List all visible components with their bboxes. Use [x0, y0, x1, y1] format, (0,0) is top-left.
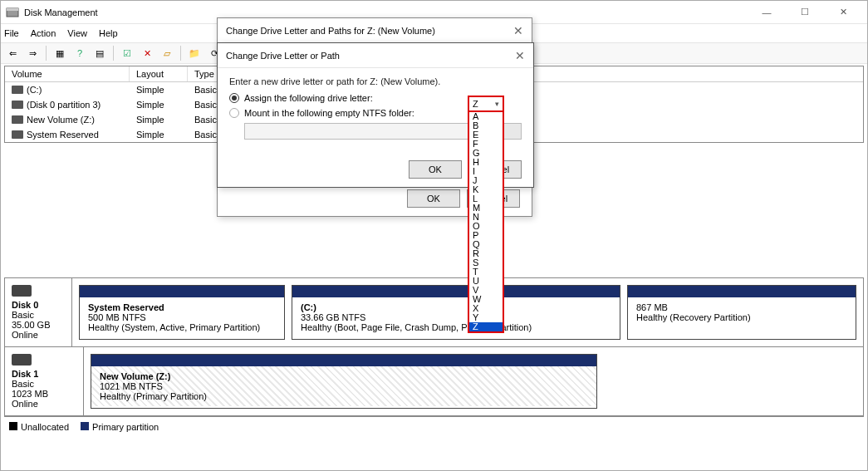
menu-file[interactable]: File — [4, 28, 19, 38]
disk-icon — [12, 354, 32, 366]
folder-icon[interactable]: 📁 — [186, 45, 203, 61]
partition[interactable]: New Volume (Z:)1021 MB NTFSHealthy (Prim… — [91, 354, 597, 409]
legend-unallocated: Unallocated — [21, 422, 69, 432]
close-icon[interactable]: ✕ — [513, 24, 523, 37]
dialog-paths-title: Change Drive Letter and Paths for Z: (Ne… — [218, 18, 532, 43]
volume-icon — [12, 115, 23, 124]
drive-letter-value: Z — [473, 99, 478, 109]
volume-icon — [12, 130, 23, 139]
delete-icon[interactable]: ✕ — [139, 45, 155, 61]
disk-label[interactable]: Disk 0Basic35.00 GBOnline — [5, 278, 72, 346]
close-button[interactable]: ✕ — [824, 1, 862, 24]
menu-view[interactable]: View — [67, 28, 87, 38]
app-icon — [6, 6, 19, 19]
legend: Unallocated Primary partition — [1, 417, 867, 437]
minimize-button[interactable]: — — [748, 1, 786, 24]
legend-primary: Primary partition — [92, 422, 159, 432]
partition[interactable]: (C:)33.66 GB NTFSHealthy (Boot, Page Fil… — [292, 285, 620, 340]
partition[interactable]: System Reserved500 MB NTFSHealthy (Syste… — [79, 285, 285, 340]
window-title: Disk Management — [24, 7, 748, 17]
properties-icon[interactable]: ▱ — [159, 45, 175, 61]
check-icon[interactable]: ☑ — [119, 45, 135, 61]
disk-row: Disk 0Basic35.00 GBOnlineSystem Reserved… — [5, 278, 863, 347]
mount-path-input — [244, 123, 472, 140]
maximize-button[interactable]: ☐ — [786, 1, 824, 24]
volume-icon — [12, 86, 23, 94]
list-icon[interactable]: ▤ — [91, 45, 108, 61]
ok-button[interactable]: OK — [407, 189, 460, 208]
col-layout[interactable]: Layout — [130, 66, 188, 81]
menu-action[interactable]: Action — [31, 28, 56, 38]
disk-label[interactable]: Disk 1Basic1023 MBOnline — [5, 347, 84, 415]
grid-icon[interactable]: ▦ — [51, 45, 68, 61]
partition[interactable]: 867 MBHealthy (Recovery Partition) — [627, 285, 856, 340]
ok-button[interactable]: OK — [409, 160, 462, 179]
forward-icon[interactable]: ⇒ — [24, 45, 41, 61]
svg-rect-1 — [7, 8, 18, 11]
disk-pane: Disk 0Basic35.00 GBOnlineSystem Reserved… — [4, 277, 864, 417]
help-icon[interactable]: ? — [71, 45, 88, 61]
volume-icon — [12, 101, 23, 109]
dialog-hint: Enter a new drive letter or path for Z: … — [229, 76, 522, 86]
back-icon[interactable]: ⇐ — [4, 45, 21, 61]
drive-letter-option[interactable]: Z — [469, 322, 503, 331]
close-icon[interactable]: ✕ — [515, 49, 525, 62]
disk-row: Disk 1Basic1023 MBOnlineNew Volume (Z:)1… — [5, 347, 863, 416]
drive-letter-combo[interactable]: Z ▾ — [468, 96, 504, 112]
disk-icon — [12, 285, 32, 297]
dialog-change-letter-title: Change Drive Letter or Path ✕ — [218, 43, 533, 68]
drive-letter-dropdown[interactable]: ABEFGHIJKLMNOPQRSTUVWXYZ — [468, 112, 504, 333]
chevron-down-icon: ▾ — [495, 100, 499, 108]
col-volume[interactable]: Volume — [5, 66, 130, 81]
menu-help[interactable]: Help — [99, 28, 118, 38]
